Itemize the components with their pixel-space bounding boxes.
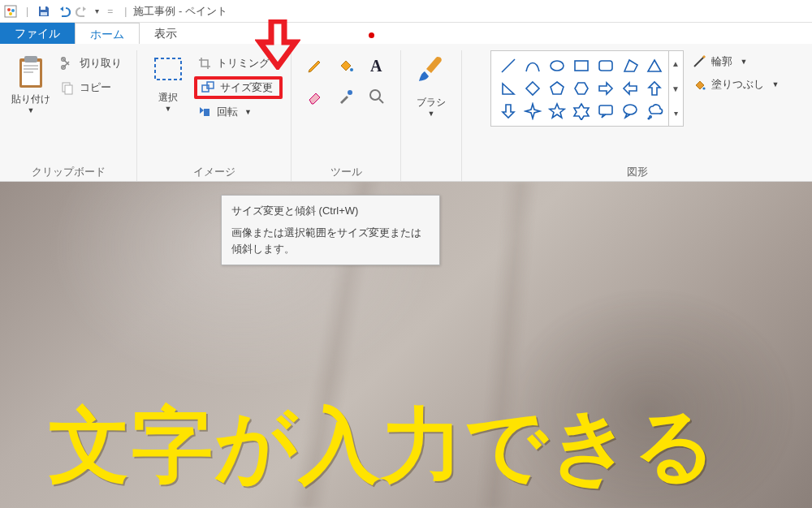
group-tools-label: ツール (300, 163, 392, 181)
fill-label: 塗りつぶし (711, 77, 764, 92)
text-icon: A (367, 56, 387, 75)
qat-dropdown-icon[interactable]: ▾ (95, 6, 99, 15)
shape-round-rect[interactable] (594, 54, 618, 77)
shape-right-triangle[interactable] (496, 77, 520, 100)
chevron-down-icon: ▼ (28, 106, 35, 114)
shape-star5[interactable] (545, 100, 569, 123)
cut-button[interactable]: 切り取り (57, 52, 128, 75)
fill-button[interactable]: 塗りつぶし ▼ (687, 75, 784, 94)
brushes-label: ブラシ (417, 96, 446, 110)
window-title: 施工事例 - ペイント (133, 4, 227, 19)
ribbon: 貼り付け ▼ 切り取り コピー クリップボード 選 (0, 44, 812, 182)
magnifier-icon (367, 87, 387, 106)
shape-polygon[interactable] (618, 54, 642, 77)
group-tools: A ツール (292, 50, 401, 181)
svg-rect-5 (41, 12, 47, 15)
annotation-dot-icon (369, 32, 374, 38)
dropper-icon (336, 87, 356, 106)
resize-tooltip: サイズ変更と傾斜 (Ctrl+W) 画像または選択範囲をサイズ変更または傾斜しま… (221, 195, 440, 265)
select-button[interactable]: 選択 ▼ (145, 50, 191, 114)
shape-line[interactable] (496, 54, 520, 77)
svg-text:A: A (370, 57, 382, 75)
shape-triangle[interactable] (642, 54, 667, 77)
resize-label: サイズ変更 (220, 80, 273, 95)
svg-point-24 (551, 61, 564, 71)
svg-point-20 (350, 68, 353, 71)
canvas-overlay-text: 文字が入力できる (49, 392, 718, 502)
shape-callout-oval[interactable] (618, 100, 642, 123)
svg-rect-10 (24, 68, 38, 70)
svg-rect-15 (65, 85, 72, 94)
copy-button[interactable]: コピー (57, 76, 128, 99)
shape-oval[interactable] (545, 54, 569, 77)
undo-icon[interactable] (56, 4, 71, 19)
svg-rect-25 (575, 61, 588, 71)
clipboard-icon (15, 54, 47, 91)
shape-rect[interactable] (569, 54, 594, 77)
group-image-label: イメージ (145, 163, 283, 181)
pencil-tool[interactable] (301, 52, 329, 80)
svg-rect-26 (599, 61, 612, 71)
svg-point-2 (11, 9, 15, 12)
shapes-scroll-up[interactable]: ▲ (669, 51, 683, 76)
paste-button[interactable]: 貼り付け ▼ (8, 50, 54, 116)
shape-arrow-right[interactable] (594, 77, 618, 100)
fill-tool[interactable] (332, 52, 360, 80)
svg-point-30 (648, 118, 650, 119)
svg-rect-9 (24, 65, 38, 67)
group-clipboard: 貼り付け ▼ 切り取り コピー クリップボード (0, 50, 137, 181)
shape-arrow-down[interactable] (496, 100, 520, 123)
color-picker-tool[interactable] (332, 83, 360, 110)
shape-arrow-up[interactable] (642, 77, 667, 100)
svg-point-23 (370, 90, 380, 100)
text-tool[interactable]: A (363, 52, 391, 80)
brushes-button[interactable]: ブラシ ▼ (409, 50, 453, 118)
svg-rect-11 (24, 71, 33, 73)
eraser-tool[interactable] (301, 83, 329, 110)
select-label: 選択 (158, 91, 178, 105)
chevron-down-icon: ▼ (165, 105, 172, 113)
svg-rect-27 (599, 105, 612, 114)
shapes-scroll-expand[interactable]: ▾ (669, 101, 683, 126)
shape-arrow-left[interactable] (618, 77, 642, 100)
separator: | (26, 6, 28, 17)
shape-hexagon[interactable] (569, 77, 594, 100)
title-bar: | ▾ = | 施工事例 - ペイント (0, 0, 812, 23)
cut-label: 切り取り (80, 56, 122, 71)
tab-home[interactable]: ホーム (75, 23, 140, 44)
magnifier-tool[interactable] (363, 83, 391, 110)
resize-button[interactable]: サイズ変更 (194, 76, 283, 99)
rotate-button[interactable]: 回転 ▼ (194, 101, 283, 123)
svg-rect-19 (204, 109, 209, 116)
shape-diamond[interactable] (520, 77, 545, 100)
svg-point-22 (348, 90, 352, 95)
app-icon (3, 4, 18, 19)
pencil-icon (305, 56, 325, 75)
shapes-gallery[interactable]: ▲ ▼ ▾ (490, 50, 684, 127)
shape-curve[interactable] (520, 54, 545, 77)
svg-rect-4 (41, 6, 45, 10)
shape-star6[interactable] (569, 100, 594, 123)
tab-file[interactable]: ファイル (0, 23, 75, 44)
chevron-down-icon: ▼ (741, 58, 748, 66)
shape-callout-cloud[interactable] (642, 100, 667, 123)
shape-star4[interactable] (520, 100, 545, 123)
tab-view[interactable]: 表示 (140, 23, 192, 44)
resize-icon (201, 80, 215, 95)
outline-label: 輪郭 (711, 54, 732, 69)
svg-point-1 (7, 8, 11, 11)
separator: | (124, 6, 127, 17)
shape-pentagon[interactable] (545, 77, 569, 100)
group-shapes-label: 図形 (470, 163, 804, 181)
svg-point-29 (649, 116, 650, 118)
group-shapes: ▲ ▼ ▾ 輪郭 ▼ 塗りつぶし ▼ 図形 (462, 50, 812, 181)
tooltip-body: 画像または選択範囲をサイズ変更または傾斜します。 (231, 225, 430, 256)
shape-callout-rect[interactable] (594, 100, 618, 123)
paste-label: 貼り付け (11, 93, 50, 106)
svg-rect-8 (24, 56, 37, 62)
shapes-scroll-down[interactable]: ▼ (669, 76, 683, 101)
save-icon[interactable] (37, 4, 51, 19)
outline-button[interactable]: 輪郭 ▼ (687, 52, 784, 71)
copy-icon (60, 80, 75, 95)
redo-icon[interactable] (76, 4, 90, 19)
